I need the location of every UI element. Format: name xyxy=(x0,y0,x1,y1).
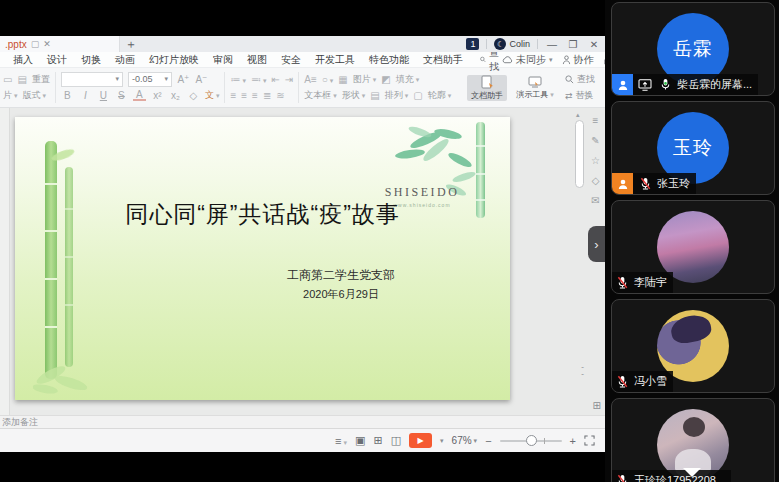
layout-dropdown[interactable]: 版式 xyxy=(23,89,47,102)
document-tab[interactable]: .pptx ▢ ✕ xyxy=(0,36,120,52)
sync-status[interactable]: 未同步▾ xyxy=(502,53,553,67)
notes-placeholder: 添加备注 xyxy=(2,416,38,429)
char-spacing-input[interactable]: -0.05▾ xyxy=(128,72,172,87)
number-list-icon[interactable]: ≕ xyxy=(251,74,267,85)
favorites-pane-icon[interactable]: ☆ xyxy=(591,155,600,166)
arrange-dropdown[interactable]: 排列 xyxy=(385,89,409,102)
menu-animation[interactable]: 动画 xyxy=(108,53,142,67)
zoom-slider-thumb[interactable] xyxy=(526,435,537,446)
menu-security[interactable]: 安全 xyxy=(274,53,308,67)
align-center-icon[interactable]: ≡ xyxy=(241,90,247,101)
slide-nav-buttons[interactable]: ˆ ˇ xyxy=(581,366,584,380)
clear-format-icon[interactable]: ◇ xyxy=(187,90,200,101)
reset-button[interactable]: 重置 xyxy=(32,73,50,86)
find-button[interactable]: 查找 xyxy=(565,72,595,88)
increase-font-button[interactable]: A⁺ xyxy=(177,74,190,85)
search-icon xyxy=(480,55,486,64)
play-options-caret[interactable]: ▾ xyxy=(440,437,444,445)
present-tools-button[interactable]: 演示工具 xyxy=(515,76,555,100)
distribute-icon[interactable]: ≋ xyxy=(276,90,284,101)
scroll-down-indicator[interactable] xyxy=(683,468,701,477)
participant-name: 柴岳霖的屏幕... xyxy=(675,77,752,92)
menu-design[interactable]: 设计 xyxy=(40,53,74,67)
slide-subtitle[interactable]: 工商第二学生党支部 2020年6月29日 xyxy=(241,267,441,302)
indent-icon[interactable]: ⇥ xyxy=(285,74,293,85)
align-left-icon[interactable]: ≡ xyxy=(230,90,236,101)
participant-tile[interactable]: 李陆宇 xyxy=(611,200,775,294)
outline-pane-icon[interactable]: ≡ xyxy=(593,115,599,126)
vertical-scrollbar[interactable]: ▴ xyxy=(575,112,585,382)
autofit-icon[interactable]: A≡ xyxy=(304,74,317,85)
outdent-icon[interactable]: ⇤ xyxy=(271,74,279,85)
fill-dropdown[interactable]: 填充 xyxy=(396,73,420,86)
mail-pane-icon[interactable]: ✉ xyxy=(591,195,599,206)
slide-layout-icon[interactable]: ▭ xyxy=(3,74,12,85)
shape-circle-icon[interactable]: ○ xyxy=(322,74,334,85)
menu-devtools[interactable]: 开发工具 xyxy=(308,53,362,67)
menu-slideshow[interactable]: 幻灯片放映 xyxy=(142,53,206,67)
tab-close-icon[interactable]: ✕ xyxy=(43,39,51,49)
italic-button[interactable]: I xyxy=(79,90,92,101)
zoom-out-button[interactable]: − xyxy=(485,435,491,447)
zoom-in-button[interactable]: + xyxy=(570,435,576,447)
new-slide-dropdown[interactable]: 片 xyxy=(3,89,18,102)
shape-pane-icon[interactable]: ◇ xyxy=(592,175,600,186)
menu-review[interactable]: 审阅 xyxy=(206,53,240,67)
replace-button[interactable]: ⇄ 替换 xyxy=(565,88,595,104)
participant-tile[interactable]: 岳霖 柴岳霖的屏幕... xyxy=(611,2,775,96)
notes-bar[interactable]: 添加备注 xyxy=(0,415,605,428)
edit-pane-icon[interactable]: ✎ xyxy=(591,135,599,146)
decrease-font-button[interactable]: A⁻ xyxy=(195,74,208,85)
participant-tile[interactable]: 玉玲 张玉玲 xyxy=(611,101,775,195)
account-chip[interactable]: ☾ Colin xyxy=(494,38,530,50)
menu-doc-assistant[interactable]: 文档助手 xyxy=(416,53,470,67)
bullet-list-icon[interactable]: ≔ xyxy=(230,74,246,85)
font-name-select[interactable]: ▾ xyxy=(61,72,123,87)
view-outline-icon[interactable]: ≡ xyxy=(335,435,347,447)
underline-button[interactable]: U xyxy=(97,90,110,101)
menu-view[interactable]: 视图 xyxy=(240,53,274,67)
fullscreen-icon[interactable] xyxy=(584,435,595,446)
close-button[interactable]: ✕ xyxy=(587,39,601,50)
view-normal-icon[interactable]: ▣ xyxy=(355,434,365,447)
align-right-icon[interactable]: ≡ xyxy=(252,90,258,101)
scroll-up-icon[interactable]: ▴ xyxy=(576,111,580,119)
bold-button[interactable]: B xyxy=(61,90,74,101)
scrollbar-thumb[interactable] xyxy=(575,120,584,188)
meeting-panel-toggle[interactable]: › xyxy=(588,226,605,262)
doc-assistant-button[interactable]: 文档助手 xyxy=(467,75,507,101)
grid-view-icon[interactable]: ⊞ xyxy=(593,400,601,411)
shape-dropdown[interactable]: 形状 xyxy=(342,89,366,102)
strikethrough-button[interactable]: S xyxy=(115,90,128,101)
subscript-button[interactable]: x₂ xyxy=(169,90,182,101)
slide-title[interactable]: 同心同“屏”共话战“疫”故事 xyxy=(15,199,510,230)
view-reading-icon[interactable]: ◫ xyxy=(391,434,401,447)
play-slideshow-button[interactable]: ▶ xyxy=(409,433,432,448)
collaborate-button[interactable]: 协作 xyxy=(562,53,594,67)
doc-assistant-icon xyxy=(481,75,494,89)
notification-badge[interactable]: 1 xyxy=(466,38,479,50)
participant-tile[interactable]: 冯小雪 xyxy=(611,299,775,393)
text-tool-dropdown[interactable]: 文 xyxy=(205,89,220,102)
outline-dropdown[interactable]: 轮廓 xyxy=(428,89,452,102)
menu-features[interactable]: 特色功能 xyxy=(362,53,416,67)
menu-insert[interactable]: 插入 xyxy=(6,53,40,67)
maximize-button[interactable]: ❐ xyxy=(566,39,580,50)
menu-transition[interactable]: 切换 xyxy=(74,53,108,67)
bamboo-decoration xyxy=(33,139,103,394)
new-tab-button[interactable]: ＋ xyxy=(120,36,142,52)
zoom-slider[interactable] xyxy=(500,440,562,442)
next-slide-icon[interactable]: ˇ xyxy=(581,373,584,380)
view-sorter-icon[interactable]: ⊞ xyxy=(373,434,382,447)
font-color-button[interactable]: A xyxy=(133,90,146,101)
user-name: Colin xyxy=(509,39,530,49)
zoom-level[interactable]: 67%▾ xyxy=(452,435,478,446)
align-justify-icon[interactable]: ≣ xyxy=(263,90,271,101)
textbox-dropdown[interactable]: 文本框 xyxy=(304,89,337,102)
picture-dropdown[interactable]: 图片 xyxy=(353,73,377,86)
menu-bar: 插入 设计 切换 动画 幻灯片放映 审阅 视图 安全 开发工具 特色功能 文档助… xyxy=(0,52,605,68)
minimize-button[interactable]: — xyxy=(545,39,559,50)
thumbnail-pane-collapsed[interactable] xyxy=(0,108,10,415)
slide-canvas[interactable]: SHISEIDO www.shiseido.com 同心同“屏”共话战“疫”故事… xyxy=(15,117,510,400)
superscript-button[interactable]: x² xyxy=(151,90,164,101)
